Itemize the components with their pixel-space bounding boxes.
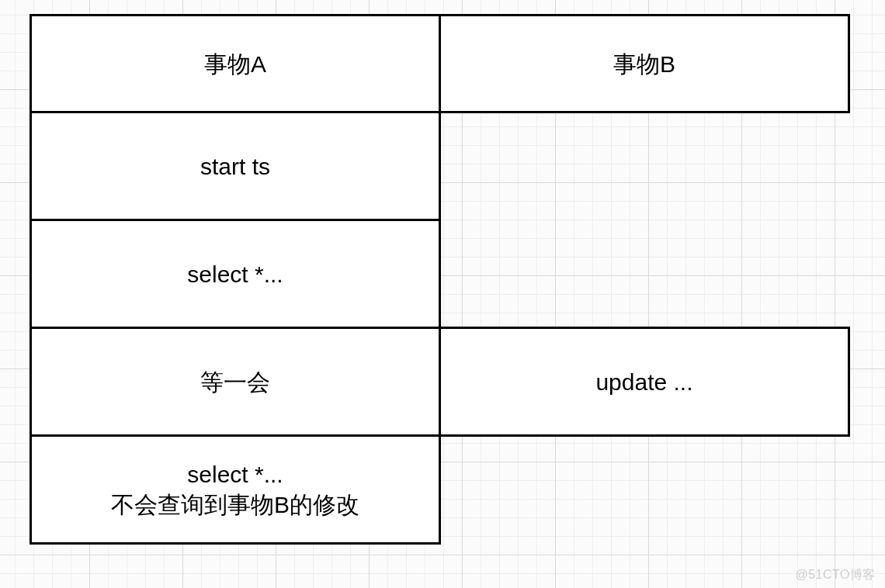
step-update: update ... <box>439 327 850 437</box>
header-cell-a: 事物A <box>30 14 441 113</box>
diagram-canvas: 事物A 事物B start ts select *... 等一会 update … <box>0 0 885 588</box>
step-select-2: select *... 不会查询到事物B的修改 <box>30 434 441 545</box>
step-start-ts: start ts <box>30 111 441 221</box>
step-select-1: select *... <box>30 219 441 329</box>
step-wait: 等一会 <box>30 327 441 437</box>
watermark-text: @51CTO博客 <box>795 567 876 583</box>
header-cell-b: 事物B <box>439 14 850 113</box>
